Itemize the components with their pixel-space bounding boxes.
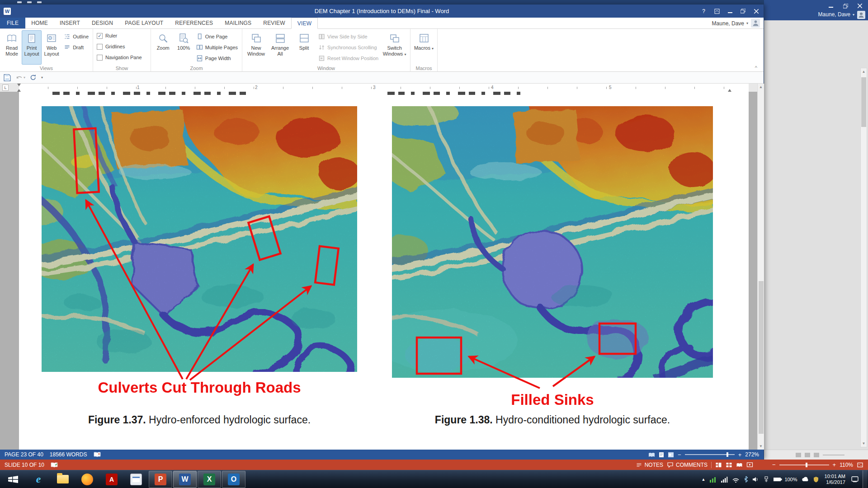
hanging-indent-marker[interactable] bbox=[17, 87, 21, 92]
network-signal-icon[interactable] bbox=[721, 476, 728, 483]
taskbar-excel[interactable]: X bbox=[198, 471, 221, 488]
document-page[interactable]: Culverts Cut Through Roads Figure 1.37. … bbox=[19, 92, 749, 450]
scroll-down-icon[interactable]: ▼ bbox=[758, 443, 764, 450]
zoom-in-button[interactable]: + bbox=[738, 451, 742, 458]
avatar[interactable] bbox=[751, 19, 760, 28]
clock[interactable]: 10:01 AM 1/6/2017 bbox=[823, 474, 847, 485]
horizontal-ruler[interactable]: L 1 2 3 4 5 bbox=[0, 84, 764, 92]
print-layout-button[interactable]: Print Layout bbox=[22, 30, 42, 65]
tab-selector[interactable]: L bbox=[2, 84, 9, 91]
close-button[interactable] bbox=[750, 5, 763, 18]
document-vertical-scrollbar[interactable]: ▲ ▼ bbox=[757, 84, 764, 450]
switch-windows-button[interactable]: Switch Windows ▾ bbox=[381, 30, 408, 65]
fit-slide-button[interactable] bbox=[857, 460, 863, 470]
undo-dropdown-icon[interactable]: ▾ bbox=[24, 75, 25, 80]
bg-close-button[interactable] bbox=[854, 2, 866, 10]
tab-view[interactable]: VIEW bbox=[291, 18, 318, 29]
multiple-pages-button[interactable]: Multiple Pages bbox=[194, 42, 240, 53]
new-window-button[interactable]: New Window bbox=[244, 30, 268, 65]
taskbar-internet-explorer[interactable]: e bbox=[27, 471, 50, 488]
zoom-button[interactable]: Zoom bbox=[153, 30, 173, 65]
read-mode-button[interactable]: Read Mode bbox=[2, 30, 22, 65]
read-mode-view-button[interactable] bbox=[648, 450, 655, 460]
bluetooth-icon[interactable] bbox=[744, 476, 748, 483]
ruler-checkbox[interactable]: ✓ Ruler bbox=[95, 30, 144, 41]
proofing-error-icon[interactable] bbox=[94, 451, 101, 458]
page-indicator[interactable]: PAGE 23 OF 40 bbox=[5, 451, 43, 458]
taskbar-powerpoint[interactable]: P bbox=[149, 471, 172, 488]
slide-indicator[interactable]: SLIDE 10 OF 10 bbox=[5, 462, 44, 468]
tab-review[interactable]: REVIEW bbox=[257, 18, 291, 28]
page-width-button[interactable]: Page Width bbox=[194, 53, 240, 64]
ribbon-display-options-button[interactable] bbox=[710, 5, 723, 18]
tab-page-layout[interactable]: PAGE LAYOUT bbox=[119, 18, 169, 28]
synchronous-scrolling-button[interactable]: Synchronous Scrolling bbox=[316, 42, 381, 53]
onedrive-icon[interactable] bbox=[802, 477, 809, 482]
zoom-out-button[interactable]: − bbox=[678, 451, 681, 458]
tab-file[interactable]: FILE bbox=[0, 18, 25, 28]
zoom-100-button[interactable]: 100% bbox=[173, 30, 193, 65]
web-layout-button[interactable]: Web Layout bbox=[42, 30, 61, 65]
save-icon[interactable] bbox=[4, 74, 11, 81]
taskbar-firefox[interactable] bbox=[75, 471, 99, 488]
battery-indicator[interactable]: 100% bbox=[774, 477, 797, 482]
wifi-icon[interactable] bbox=[732, 476, 740, 483]
outline-button[interactable]: Outline bbox=[61, 31, 91, 42]
start-button[interactable] bbox=[0, 471, 26, 488]
taskbar-word[interactable]: W bbox=[173, 471, 197, 488]
view-side-by-side-button[interactable]: View Side by Side bbox=[316, 31, 381, 42]
show-desktop-button[interactable] bbox=[863, 470, 867, 488]
performance-monitor-icon[interactable] bbox=[709, 476, 717, 483]
bg-account[interactable]: Maune, Dave ▾ bbox=[818, 11, 854, 18]
tab-design[interactable]: DESIGN bbox=[86, 18, 119, 28]
tab-home[interactable]: HOME bbox=[25, 18, 54, 28]
one-page-button[interactable]: One Page bbox=[194, 31, 240, 42]
tab-insert[interactable]: INSERT bbox=[54, 18, 86, 28]
slide-sorter-view-button[interactable] bbox=[726, 460, 732, 470]
tab-references[interactable]: REFERENCES bbox=[169, 18, 219, 28]
print-layout-view-button[interactable] bbox=[659, 450, 664, 460]
hidden-icons-button[interactable]: ▲ bbox=[701, 477, 705, 482]
gridlines-checkbox[interactable]: Gridlines bbox=[95, 41, 144, 52]
ppt-zoom-in-button[interactable]: + bbox=[833, 461, 836, 468]
scroll-up-icon[interactable]: ▲ bbox=[861, 68, 867, 75]
help-button[interactable]: ? bbox=[697, 5, 710, 18]
bg-scrollbar-thumb[interactable] bbox=[861, 77, 866, 127]
macros-button[interactable]: Macros ▾ bbox=[412, 30, 435, 65]
qat-customize-icon[interactable]: ▾ bbox=[41, 75, 43, 80]
undo-icon[interactable] bbox=[15, 75, 23, 81]
zoom-slider[interactable] bbox=[685, 454, 735, 455]
ppt-zoom-out-button[interactable]: − bbox=[772, 461, 776, 468]
tab-mailings[interactable]: MAILINGS bbox=[219, 18, 257, 28]
restore-button[interactable] bbox=[736, 5, 750, 18]
collapse-ribbon-button[interactable]: ^ bbox=[755, 65, 757, 70]
security-shield-icon[interactable] bbox=[813, 476, 819, 483]
zoom-level[interactable]: 272% bbox=[745, 451, 759, 458]
spell-check-icon[interactable] bbox=[51, 462, 58, 468]
draft-button[interactable]: Draft bbox=[61, 42, 91, 53]
taskbar-acrobat[interactable]: A bbox=[100, 471, 123, 488]
taskbar-file-explorer[interactable] bbox=[51, 471, 75, 488]
zoom-slider-thumb[interactable] bbox=[726, 452, 728, 457]
scroll-down-icon[interactable]: ▼ bbox=[861, 440, 867, 447]
reading-view-button[interactable] bbox=[736, 460, 743, 470]
volume-icon[interactable] bbox=[752, 476, 759, 483]
ppt-zoom-slider[interactable] bbox=[779, 465, 829, 465]
redo-icon[interactable] bbox=[30, 74, 37, 81]
bg-restore-button[interactable] bbox=[839, 2, 852, 10]
taskbar-outlook[interactable]: O bbox=[222, 471, 245, 488]
slideshow-view-button[interactable] bbox=[746, 460, 753, 470]
navigation-pane-checkbox[interactable]: Navigation Pane bbox=[95, 52, 144, 63]
arrange-all-button[interactable]: Arrange All bbox=[268, 30, 292, 65]
account-menu[interactable]: Maune, Dave ▾ bbox=[712, 18, 748, 29]
ppt-zoom-level[interactable]: 110% bbox=[840, 462, 853, 468]
minimize-button[interactable] bbox=[723, 5, 736, 18]
action-center-icon[interactable] bbox=[851, 476, 859, 482]
taskbar-generic-window[interactable] bbox=[124, 471, 148, 488]
web-layout-view-button[interactable] bbox=[668, 450, 674, 460]
normal-view-button[interactable] bbox=[715, 460, 722, 470]
reset-window-position-button[interactable]: Reset Window Position bbox=[316, 53, 381, 64]
bg-minimize-button[interactable] bbox=[825, 2, 837, 10]
notes-button[interactable]: NOTES bbox=[636, 460, 663, 470]
comments-button[interactable]: COMMENTS bbox=[667, 460, 708, 470]
